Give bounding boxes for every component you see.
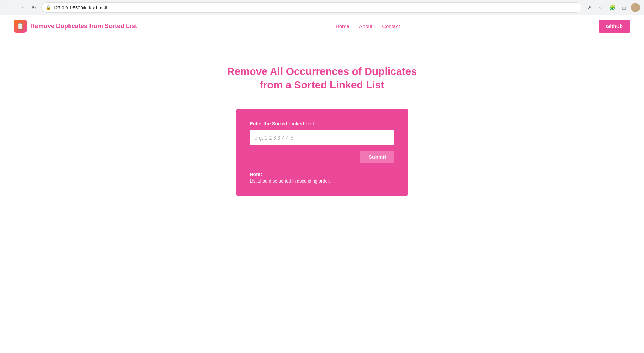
brand-logo: 📋 (14, 20, 27, 33)
navbar-nav: Home About Contact (336, 23, 400, 29)
nav-contact[interactable]: Contact (382, 23, 400, 29)
back-button[interactable]: ← (4, 3, 14, 12)
layout-button[interactable]: □ (619, 3, 629, 12)
input-card: Enter the Sorted Linked List Submit Note… (236, 109, 408, 196)
bookmark-button[interactable]: ☆ (596, 3, 605, 12)
reload-button[interactable]: ↻ (29, 3, 39, 12)
card-note: Note: List should be sorted in ascending… (250, 172, 394, 184)
note-text: List should be sorted in ascending order… (250, 178, 394, 184)
share-button[interactable]: ↗ (584, 3, 594, 12)
linked-list-input[interactable] (250, 130, 394, 145)
main-content: Remove All Occurrences of Duplicates fro… (0, 37, 644, 210)
submit-row: Submit (250, 151, 394, 163)
brand-title: Remove Duplicates from Sorted List (30, 23, 137, 30)
url-text: 127.0.0.1:5500/index.html# (53, 5, 107, 10)
card-label: Enter the Sorted Linked List (250, 121, 394, 126)
nav-about[interactable]: About (359, 23, 372, 29)
page-title: Remove All Occurrences of Duplicates fro… (219, 65, 425, 91)
extensions-button[interactable]: 🧩 (608, 3, 617, 12)
github-button[interactable]: Github (599, 20, 630, 33)
address-bar[interactable]: 🔒 127.0.0.1:5500/index.html# (41, 2, 581, 13)
lock-icon: 🔒 (46, 5, 51, 10)
app-container: 📋 Remove Duplicates from Sorted List Hom… (0, 15, 644, 353)
note-title: Note: (250, 172, 394, 177)
nav-home[interactable]: Home (336, 23, 349, 29)
brand-link[interactable]: 📋 Remove Duplicates from Sorted List (14, 20, 137, 33)
user-avatar[interactable] (631, 3, 640, 12)
forward-button[interactable]: → (17, 3, 26, 12)
submit-button[interactable]: Submit (360, 151, 394, 163)
browser-chrome: ← → ↻ 🔒 127.0.0.1:5500/index.html# ↗ ☆ 🧩… (0, 0, 644, 15)
navbar: 📋 Remove Duplicates from Sorted List Hom… (0, 15, 644, 37)
